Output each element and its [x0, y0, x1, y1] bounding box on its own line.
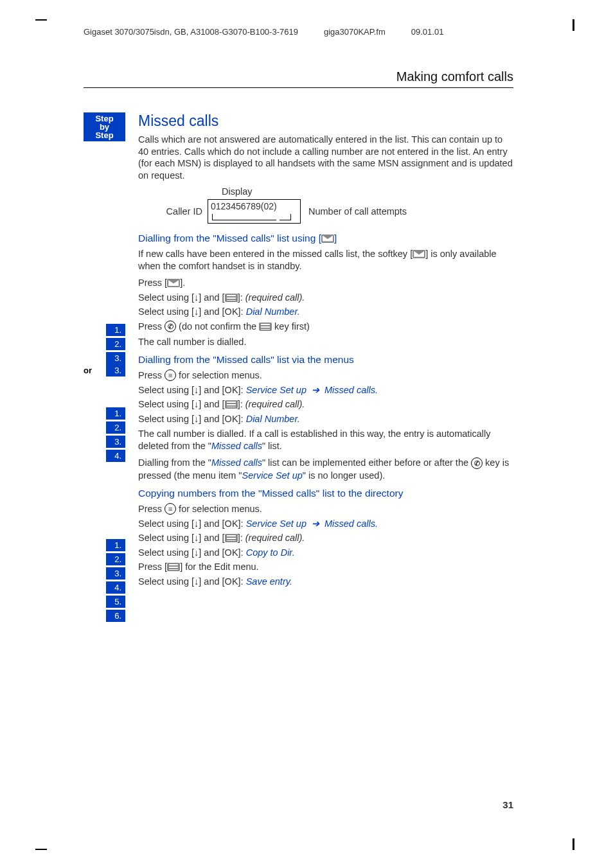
step-text: Press ✆ (do not confirm the key first)	[138, 321, 513, 333]
mail-icon	[167, 279, 180, 287]
list-icon	[225, 400, 238, 409]
step-number: 1.	[106, 407, 125, 420]
step-text: Select using [↓] and [OK]: Copy to Dir.	[138, 547, 513, 560]
main-content: Missed calls Calls which are not answere…	[138, 112, 513, 590]
step-number: 5.	[106, 596, 125, 608]
step-text: Select using [↓] and [OK]: Service Set u…	[138, 518, 513, 531]
crop-mark	[35, 19, 47, 21]
subheading: Copying numbers from the "Missed calls" …	[138, 488, 513, 499]
display-label: Display	[222, 186, 513, 197]
step-text: Press [].	[138, 277, 513, 290]
divider	[84, 87, 513, 88]
or-label: or	[84, 366, 92, 375]
body-text: If new calls have been entered in the mi…	[138, 248, 513, 272]
handset-key-icon: ✆	[164, 321, 176, 332]
list-icon	[225, 294, 238, 302]
doc-id: Gigaset 3070/3075isdn, GB, A31008-G3070-…	[84, 27, 298, 37]
crop-mark	[35, 849, 47, 850]
step-number: 6.	[106, 610, 125, 622]
step-text: Select using [↓] and [OK]: Dial Number.	[138, 306, 513, 319]
list-icon	[167, 563, 180, 571]
step-number: 3.	[106, 364, 125, 376]
menu-key-icon: ≡	[164, 503, 176, 515]
crop-mark	[573, 19, 574, 31]
step-number: 1.	[106, 539, 125, 551]
step-text: Select using [↓] and [OK]: Service Set u…	[138, 384, 513, 397]
step-by-step-badge: Step by Step	[84, 112, 125, 141]
page-title: Making comfort calls	[396, 69, 513, 84]
step-text: Press ≡ for selection menus.	[138, 369, 513, 382]
step-text: Select using [↓] and []: (required call)…	[138, 292, 513, 305]
mail-icon	[413, 250, 425, 258]
page-number: 31	[502, 799, 513, 810]
caller-id-label: Caller ID	[164, 206, 202, 217]
body-text: Dialling from the "Missed calls" list ca…	[138, 457, 513, 481]
step-text: Select using [↓] and [OK]: Save entry.	[138, 576, 513, 589]
bracket-icon	[280, 214, 291, 220]
display-code: 0123456789(02)	[211, 201, 277, 211]
body-text: The call number is dialled. If a call is…	[138, 428, 513, 452]
handset-key-icon: ✆	[471, 457, 483, 469]
bracket-icon	[212, 214, 276, 220]
display-diagram: Display Caller ID 0123456789(02) Number …	[164, 186, 513, 224]
step-column: Step by Step 1. 2. 3. or 3. 1. 2. 3. 4. …	[84, 112, 125, 622]
step-number: 4.	[106, 581, 125, 594]
file-date: 09.01.01	[411, 27, 444, 37]
running-header: Gigaset 3070/3075isdn, GB, A31008-G3070-…	[84, 27, 513, 37]
step-number: 3.	[106, 436, 125, 448]
result-text: The call number is dialled.	[138, 336, 513, 348]
step-number: 1.	[106, 324, 125, 336]
subheading: Dialling from the "Missed calls" list vi…	[138, 354, 513, 366]
step-number: 4.	[106, 450, 125, 462]
step-text: Select using [↓] and []: (required call)…	[138, 398, 513, 411]
subheading: Dialling from the "Missed calls" list us…	[138, 233, 513, 244]
step-text: Select using [↓] and [OK]: Dial Number.	[138, 413, 513, 426]
step-number: 2.	[106, 421, 125, 434]
step-text: Press ≡ for selection menus.	[138, 503, 513, 516]
menu-key-icon: ≡	[164, 369, 176, 381]
intro-text: Calls which are not answered are automat…	[138, 134, 513, 181]
section-heading: Missed calls	[138, 112, 513, 130]
arrow-right-icon: ➔	[312, 518, 319, 529]
step-number: 3.	[106, 567, 125, 580]
step-text: Press [] for the Edit menu.	[138, 561, 513, 574]
step-number: 2.	[106, 338, 125, 350]
step-text: Select using [↓] and []: (required call)…	[138, 532, 513, 545]
list-icon	[259, 323, 272, 331]
arrow-right-icon: ➔	[312, 385, 319, 395]
display-box: 0123456789(02)	[208, 199, 301, 224]
list-icon	[225, 534, 238, 542]
step-number: 2.	[106, 553, 125, 565]
mail-icon	[321, 235, 334, 243]
file-name: giga3070KAP.fm	[324, 27, 386, 37]
attempts-label: Number of call attempts	[308, 206, 407, 217]
badge-line: Step	[85, 131, 124, 139]
crop-mark	[573, 838, 574, 850]
step-number: 3.	[106, 352, 125, 364]
